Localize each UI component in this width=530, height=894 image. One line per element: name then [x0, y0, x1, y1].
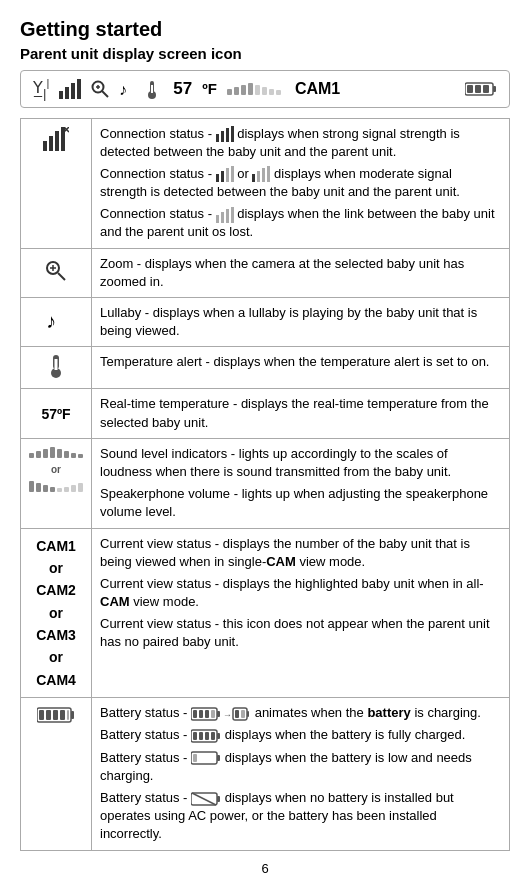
svg-rect-25 [226, 128, 229, 142]
page-subheading: Parent unit display screen icon [20, 45, 510, 62]
svg-rect-49 [39, 710, 44, 720]
svg-rect-56 [193, 710, 197, 718]
signal-description: Connection status - displays when strong… [92, 118, 510, 248]
table-row: CAM1 or CAM2 or CAM3 or CAM4 Current vie… [21, 528, 510, 698]
cam-options-label: CAM1 or CAM2 or CAM3 or CAM4 [29, 535, 83, 692]
feature-table: Connection status - displays when strong… [20, 118, 510, 851]
svg-rect-55 [217, 711, 220, 717]
svg-text:♪: ♪ [119, 81, 127, 98]
svg-rect-58 [205, 710, 209, 718]
svg-rect-69 [205, 732, 209, 740]
svg-rect-27 [216, 174, 219, 182]
svg-rect-52 [60, 710, 65, 720]
svg-line-5 [102, 91, 108, 97]
temp-value-label: 57ºF [41, 406, 70, 422]
lullaby-cell-icon: ♪ [21, 298, 92, 347]
svg-rect-1 [65, 87, 69, 99]
svg-line-40 [58, 273, 65, 280]
lullaby-description: Lullaby - displays when a lullaby is pla… [92, 298, 510, 347]
svg-rect-48 [71, 711, 74, 719]
svg-rect-34 [267, 166, 270, 182]
svg-rect-68 [199, 732, 203, 740]
svg-rect-63 [235, 710, 239, 718]
sound-cell-icon: or [21, 438, 92, 528]
realtime-temp-cell-icon: 57ºF [21, 389, 92, 438]
table-row: Connection status - displays when strong… [21, 118, 510, 248]
svg-rect-28 [221, 171, 224, 182]
battery-icon [465, 81, 497, 97]
sound-indicator [227, 83, 281, 95]
svg-rect-72 [217, 755, 220, 761]
display-bar: Y̲|| ♪ 57ºF CAM1 [20, 70, 510, 108]
temp-unit: ºF [202, 80, 217, 97]
signal-strength-icon [59, 79, 81, 99]
svg-rect-70 [211, 732, 215, 740]
svg-text:♪: ♪ [46, 310, 56, 332]
svg-rect-0 [59, 91, 63, 99]
table-row: ♪ Lullaby - displays when a lullaby is p… [21, 298, 510, 347]
svg-rect-59 [211, 710, 215, 718]
zoom-description: Zoom - displays when the camera at the s… [92, 248, 510, 297]
svg-rect-29 [226, 168, 229, 182]
svg-rect-67 [193, 732, 197, 740]
temp-alert-cell-icon [21, 347, 92, 389]
svg-rect-64 [241, 710, 245, 718]
sound-bars-alt [29, 481, 83, 492]
temperature-display: 57 [173, 79, 192, 99]
lullaby-icon: ♪ [119, 80, 135, 98]
svg-rect-53 [67, 710, 69, 720]
svg-rect-36 [221, 212, 224, 223]
svg-rect-3 [77, 79, 81, 99]
svg-rect-16 [483, 85, 489, 93]
svg-rect-66 [217, 733, 220, 739]
svg-rect-51 [53, 710, 58, 720]
svg-rect-38 [231, 207, 234, 223]
page-number: 6 [20, 861, 510, 876]
table-row: or Sound level indicators - lights up ac… [21, 438, 510, 528]
temperature-icon [145, 79, 159, 99]
svg-rect-24 [221, 131, 224, 142]
battery-description: Battery status - → animates when the bat… [92, 698, 510, 850]
svg-rect-15 [475, 85, 481, 93]
table-row: 57ºF Real-time temperature - displays th… [21, 389, 510, 438]
svg-rect-26 [231, 126, 234, 142]
svg-line-76 [192, 793, 216, 805]
realtime-temp-description: Real-time temperature - displays the rea… [92, 389, 510, 438]
battery-cell-icon [21, 698, 92, 850]
svg-rect-46 [55, 359, 58, 370]
table-row: Temperature alert - displays when the te… [21, 347, 510, 389]
svg-rect-37 [226, 209, 229, 223]
svg-rect-13 [493, 86, 496, 92]
sound-bars [29, 447, 83, 458]
svg-rect-11 [151, 85, 153, 93]
svg-rect-19 [55, 131, 59, 151]
svg-rect-57 [199, 710, 203, 718]
svg-rect-33 [262, 168, 265, 182]
page-heading: Getting started [20, 18, 510, 41]
svg-rect-2 [71, 83, 75, 99]
svg-rect-23 [216, 134, 219, 142]
sound-description: Sound level indicators - lights up accor… [92, 438, 510, 528]
table-row: Battery status - → animates when the bat… [21, 698, 510, 850]
svg-rect-62 [247, 711, 249, 717]
cam-cell-icon: CAM1 or CAM2 or CAM3 or CAM4 [21, 528, 92, 698]
svg-rect-30 [231, 166, 234, 182]
svg-rect-73 [193, 754, 197, 762]
zoom-icon [91, 80, 109, 98]
svg-rect-50 [46, 710, 51, 720]
cam-description: Current view status - displays the numbe… [92, 528, 510, 698]
signal-cell-icon [21, 118, 92, 248]
svg-text:→: → [223, 710, 232, 720]
svg-rect-18 [49, 136, 53, 151]
svg-rect-14 [467, 85, 473, 93]
svg-rect-31 [252, 174, 255, 182]
signal-icon: Y̲|| [33, 77, 49, 101]
table-row: Zoom - displays when the camera at the s… [21, 248, 510, 297]
svg-rect-32 [257, 171, 260, 182]
svg-rect-75 [217, 796, 220, 802]
svg-rect-35 [216, 215, 219, 223]
cam-display: CAM1 [295, 80, 340, 98]
svg-rect-17 [43, 141, 47, 151]
zoom-cell-icon [21, 248, 92, 297]
temp-description: Temperature alert - displays when the te… [92, 347, 510, 389]
